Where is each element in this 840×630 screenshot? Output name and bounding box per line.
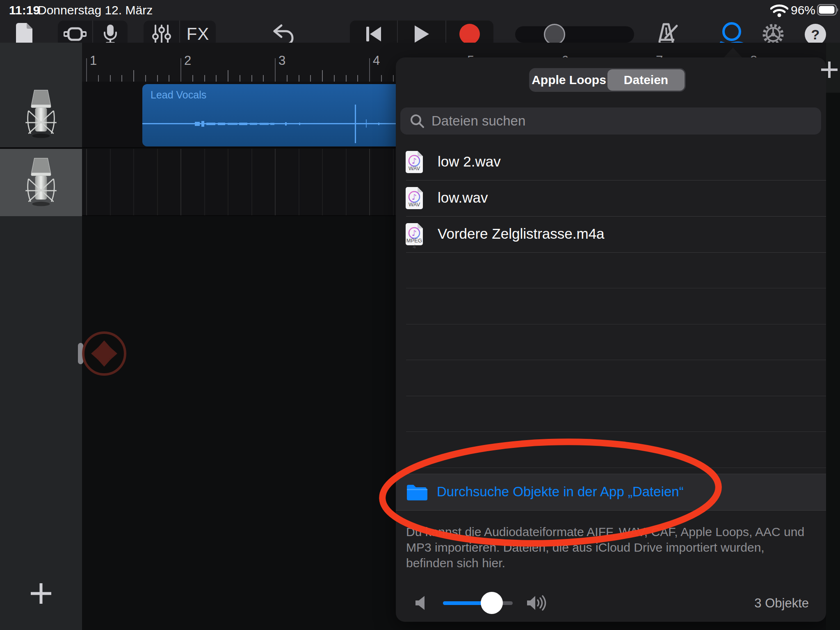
- ruler-tick: [192, 75, 193, 82]
- tab-dateien[interactable]: Dateien: [607, 69, 685, 91]
- beat-gridline: [346, 149, 347, 215]
- browse-files-app-row[interactable]: Durchsuche Objekte in der App „Dateien“: [396, 474, 826, 511]
- track-resize-handle[interactable]: [78, 343, 83, 364]
- empty-row-separator: [406, 360, 826, 360]
- battery-icon: [817, 4, 839, 16]
- empty-row-separator: [406, 288, 826, 288]
- row-separator: [406, 252, 826, 253]
- timeline-corner: [0, 43, 82, 82]
- empty-row-separator: [406, 468, 826, 468]
- browser-tabs: Apple Loops Dateien: [529, 68, 686, 92]
- ruler-tick: [216, 75, 217, 82]
- fx-label: FX: [187, 24, 210, 44]
- region-label: Lead Vocals: [151, 89, 206, 101]
- beat-gridline: [86, 149, 87, 215]
- track-header-vocals-1[interactable]: [0, 82, 82, 148]
- garageband-app: 11:19 Donnerstag 12. März 96%: [0, 0, 840, 630]
- svg-text:♪: ♪: [412, 156, 417, 165]
- ruler-tick: [287, 75, 288, 82]
- position-slider[interactable]: [515, 26, 634, 43]
- ruler-tick: [240, 75, 240, 82]
- position-slider-knob[interactable]: [544, 24, 565, 45]
- file-name: Vordere Zelglistrasse.m4a: [438, 226, 605, 242]
- beat-gridline: [204, 149, 205, 215]
- add-loop-button[interactable]: [819, 59, 840, 80]
- beat-gridline: [228, 149, 228, 215]
- file-type-badge: WAV: [405, 165, 424, 171]
- beat-gridline: [251, 149, 252, 215]
- track-header-vocals-2-selected[interactable]: [0, 149, 82, 216]
- file-row[interactable]: ♪ WAV low 2.wav: [396, 144, 826, 180]
- battery-percent: 96%: [791, 3, 815, 17]
- add-track-button[interactable]: [24, 576, 58, 611]
- studio-microphone-icon: [22, 89, 60, 140]
- record-icon: [459, 23, 481, 45]
- beat-gridline: [180, 149, 181, 215]
- ruler-tick: [322, 70, 323, 82]
- play-icon: [413, 25, 430, 43]
- loop-browser-panel: Apple Loops Dateien ♪ WAV low 2.wav: [396, 57, 826, 622]
- ruler-major-tick: [86, 58, 87, 82]
- top-toolbar: 11:19 Donnerstag 12. März 96%: [0, 0, 840, 43]
- ruler-bar-number: 3: [278, 53, 285, 68]
- volume-min-icon: [415, 595, 427, 611]
- help-icon: ?: [811, 27, 820, 43]
- file-type-badge: WAV: [405, 201, 424, 208]
- search-icon: [409, 113, 425, 129]
- rewind-icon: [365, 25, 383, 43]
- ruler-tick: [346, 75, 347, 82]
- ruler-tick: [393, 75, 394, 82]
- ruler-tick: [204, 75, 205, 82]
- beat-gridline: [369, 149, 370, 215]
- objects-count: 3 Objekte: [754, 596, 809, 611]
- empty-row-separator: [406, 396, 826, 396]
- file-row[interactable]: ♪ MPEG 4 Vordere Zelglistrasse.m4a: [396, 217, 826, 253]
- ruler-tick: [310, 75, 311, 82]
- ruler-tick: [251, 75, 252, 82]
- ruler-tick: [169, 75, 169, 82]
- volume-slider[interactable]: [443, 601, 513, 605]
- beat-gridline: [110, 149, 111, 215]
- panel-footer: 3 Objekte: [396, 584, 826, 622]
- beat-gridline: [322, 149, 323, 215]
- ruler-tick: [228, 70, 228, 82]
- wifi-icon: [770, 4, 788, 17]
- status-date: Donnerstag 12. März: [38, 3, 153, 17]
- empty-row-separator: [406, 431, 826, 432]
- ruler-bar-number: 4: [373, 53, 380, 68]
- beat-gridline: [275, 149, 276, 215]
- search-input[interactable]: [431, 113, 821, 129]
- file-type-badge: MPEG 4: [405, 237, 424, 250]
- tab-apple-loops[interactable]: Apple Loops: [530, 69, 607, 91]
- popover-arrow: [723, 48, 743, 58]
- file-name: low 2.wav: [438, 153, 501, 170]
- help-button[interactable]: ?: [805, 24, 826, 45]
- right-edge-strip: [826, 43, 840, 630]
- ruler-major-tick: [369, 58, 370, 82]
- svg-text:♪: ♪: [412, 228, 417, 237]
- browse-files-link[interactable]: Durchsuche Objekte in der App „Dateien“: [437, 484, 684, 500]
- volume-slider-knob[interactable]: [481, 592, 503, 614]
- file-row[interactable]: ♪ WAV low.wav: [396, 180, 826, 217]
- volume-max-icon: [526, 594, 548, 612]
- mixer-icon: [152, 24, 171, 44]
- ruler-tick: [299, 75, 299, 82]
- undo-icon: [271, 24, 295, 45]
- ruler-major-tick: [180, 58, 181, 82]
- track-list-empty-area: [0, 216, 82, 630]
- ruler-bar-number: 1: [90, 53, 97, 68]
- beat-gridline: [299, 149, 299, 215]
- ruler-tick: [133, 70, 134, 82]
- folder-icon: [406, 484, 427, 501]
- beat-gridline: [157, 149, 158, 215]
- ruler-tick: [157, 75, 158, 82]
- search-field[interactable]: [400, 107, 821, 135]
- beat-gridline: [133, 149, 134, 215]
- studio-microphone-icon: [22, 157, 60, 208]
- track-view-icon: [64, 27, 87, 41]
- ruler-tick: [381, 75, 382, 82]
- svg-text:♪: ♪: [412, 192, 417, 201]
- ruler-tick: [98, 75, 99, 82]
- ruler-tick: [357, 75, 358, 82]
- status-time: 11:19: [9, 3, 40, 17]
